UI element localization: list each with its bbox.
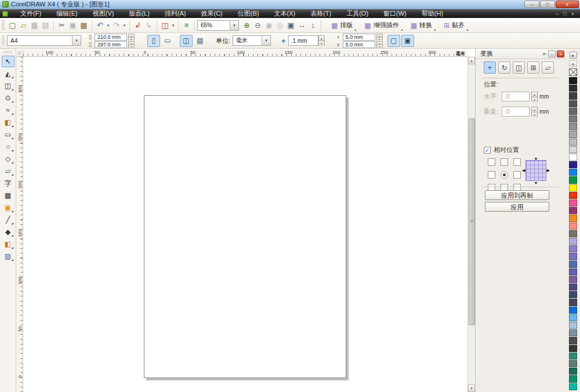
page-a4[interactable] [144,95,346,378]
color-swatch-27[interactable] [569,284,577,291]
docker-chevron-icon[interactable]: » [542,50,546,57]
color-swatch-18[interactable] [569,215,577,222]
skew-button[interactable]: ▱ [542,61,554,74]
vertical-spinner[interactable]: ▴▾ [531,107,538,117]
anchor-cell-3[interactable] [488,171,495,179]
workspace-button-convert[interactable]: ▦转换 [407,20,436,31]
color-swatch-35[interactable] [569,345,577,352]
color-swatch-40[interactable] [569,383,577,390]
color-swatch-1[interactable] [569,85,577,92]
menu-item-text[interactable]: 文本(X) [266,9,303,19]
no-color-swatch[interactable] [569,68,577,76]
palette-flyout-button[interactable]: ▸ [570,52,577,59]
color-swatch-33[interactable] [569,329,577,336]
color-swatch-21[interactable] [569,238,577,245]
drawing-canvas[interactable] [23,57,467,392]
vertical-field[interactable]: .0 [502,107,530,117]
nudge-offset-spinner[interactable]: ▴▾ [318,35,325,46]
maximize-button[interactable]: □ [540,1,555,8]
scroll-up-button[interactable]: ▲ [468,57,475,64]
units-combo[interactable]: 毫米 ▾ [233,35,271,46]
menu-item-bitmaps[interactable]: 位图(B) [230,9,267,19]
rotate-button[interactable]: ↻ [498,61,510,74]
redo-dropdown[interactable]: ▾ [122,20,127,31]
color-swatch-0[interactable] [569,77,577,84]
vertical-ruler[interactable]: 300250200150100500 [16,57,23,392]
interactive-fill-tool[interactable]: ▨ [2,251,14,262]
zoom-to-all-button[interactable]: ◎ [274,20,285,31]
print-button[interactable]: ▤ [40,20,51,31]
fill-tool[interactable]: ◧ [2,238,14,250]
zoom-page-width-button[interactable]: ↔ [296,20,307,31]
same-layout-button[interactable]: ◫ [180,35,193,47]
wrap-text-button[interactable]: ▣ [401,35,414,47]
menu-item-file[interactable]: 文件(F) [13,9,49,19]
color-swatch-20[interactable] [569,230,577,237]
color-swatch-17[interactable] [569,207,577,214]
color-swatch-31[interactable] [569,314,577,321]
undo-dropdown[interactable]: ▾ [106,20,111,31]
menu-item-view[interactable]: 视图(V) [85,9,122,19]
zoom-in-button[interactable]: ⊕ [241,20,252,31]
color-swatch-37[interactable] [569,360,577,367]
zoom-to-selected-button[interactable]: ◉ [263,20,274,31]
zoom-to-page-button[interactable]: ▣ [285,20,296,31]
relative-position-checkbox[interactable]: ✓ [484,147,491,154]
chevron-down-icon[interactable]: ▾ [72,36,81,45]
apply-button[interactable]: 应用 [485,202,549,212]
duplicate-y-field[interactable]: 5.0 mm [343,41,375,48]
pick-tool[interactable]: ↖ [2,56,14,67]
property-bar-grip[interactable] [2,35,5,46]
paper-preset-combo[interactable]: A4 ▾ [7,35,81,46]
smart-fill-tool[interactable]: ◧ [2,117,14,128]
crop-tool[interactable]: ◫ [2,80,14,92]
color-swatch-24[interactable] [569,261,577,268]
outline-pen-tool[interactable]: ◆ [2,226,14,238]
color-swatch-11[interactable] [569,161,577,168]
anchor-cell-0[interactable] [488,158,495,166]
undo-button[interactable]: ↶ [95,20,106,31]
child-minimize-button[interactable]: – [556,11,559,17]
color-swatch-14[interactable] [569,184,577,191]
scroll-down-button[interactable]: ▼ [468,384,475,392]
color-swatch-30[interactable] [569,307,577,314]
color-swatch-7[interactable] [569,130,577,137]
landscape-button[interactable]: ▭ [161,35,174,47]
child-close-button[interactable]: × [571,11,574,17]
cut-button[interactable]: ✂ [56,20,67,31]
color-swatch-4[interactable] [569,108,577,115]
duplicate-x-spinner[interactable]: ▴▾ [376,34,383,41]
horizontal-field[interactable]: .0 [502,92,530,101]
menu-item-edit[interactable]: 编辑(E) [49,9,85,19]
color-swatch-13[interactable] [569,176,577,183]
horizontal-ruler[interactable]: 毫米 10050050100150200250300 [23,50,467,57]
ellipse-tool[interactable]: ○ [2,141,14,153]
color-swatch-5[interactable] [569,115,577,122]
docker-minimize-button[interactable]: – [548,50,556,57]
menu-item-effects[interactable]: 效果(C) [194,9,230,19]
menu-item-layout[interactable]: 版面(L) [121,9,157,19]
color-swatch-3[interactable] [569,100,577,107]
color-swatch-12[interactable] [569,169,577,176]
basic-shapes-tool[interactable]: ▱ [2,165,14,177]
toolbar-grip[interactable] [2,20,5,31]
anchor-cell-1[interactable] [501,158,508,166]
paper-width-spinner[interactable]: ▴▾ [128,34,135,41]
save-button[interactable]: ▦ [29,20,40,31]
application-launcher-button[interactable]: ◫ [160,20,171,31]
scale-mirror-button[interactable]: ◫ [513,61,525,74]
color-swatch-8[interactable] [569,139,577,146]
chevron-down-icon[interactable]: ▾ [262,36,270,45]
shape-tool[interactable]: ◭ [2,68,14,79]
menu-item-arrange[interactable]: 排列(A) [157,9,194,19]
color-swatch-10[interactable] [569,154,577,161]
zoom-level-combo[interactable]: 65% ▾ [197,20,239,31]
options-button[interactable]: ≡ [181,20,192,31]
color-swatch-28[interactable] [569,291,577,298]
duplicate-x-field[interactable]: 5.0 mm [343,34,375,41]
application-launcher-dropdown[interactable]: ▾ [171,20,176,31]
polygon-tool[interactable]: ◇ [2,153,14,165]
color-swatch-39[interactable] [569,375,577,382]
size-button[interactable]: ⊞ [527,61,539,74]
color-swatch-9[interactable] [569,146,577,153]
